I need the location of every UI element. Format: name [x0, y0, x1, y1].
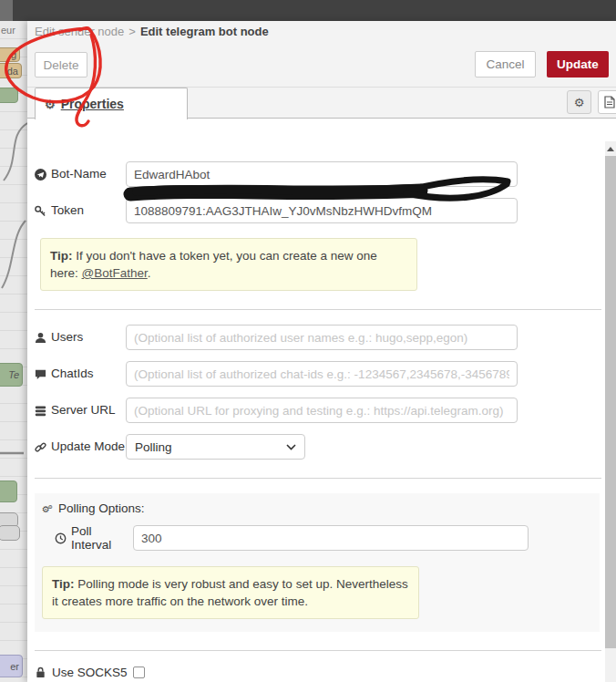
workspace-node[interactable] [0, 88, 18, 103]
breadcrumb-current: Edit telegram bot node [140, 25, 269, 38]
poll-interval-row: Poll Interval [55, 524, 592, 552]
scrollbar[interactable] [605, 141, 616, 682]
update-mode-row: Update Mode Polling [35, 434, 601, 460]
update-mode-label: Update Mode [35, 439, 126, 454]
wire-curves [0, 21, 27, 682]
poll-interval-input[interactable] [133, 525, 529, 551]
breadcrumb: Edit sender node > Edit telegram bot nod… [27, 21, 616, 41]
edit-dialog: Edit sender node > Edit telegram bot nod… [27, 21, 616, 682]
server-icon [35, 405, 46, 417]
server-url-row: Server URL [35, 398, 601, 423]
scrollbar-up-arrow[interactable] [605, 141, 616, 155]
bot-name-label: Bot-Name [35, 167, 126, 181]
chatids-input[interactable] [126, 361, 518, 387]
node-settings-button[interactable]: ⚙ [567, 90, 591, 114]
breadcrumb-parent[interactable]: Edit sender node [35, 25, 124, 38]
tab-properties[interactable]: ⚙ Properties [35, 88, 188, 119]
server-url-input[interactable] [126, 398, 518, 423]
token-input[interactable] [126, 198, 518, 223]
workspace-node-label: eur [1, 25, 15, 36]
server-url-label: Server URL [35, 403, 126, 418]
token-row: Token [35, 198, 601, 223]
workspace-node[interactable]: da [0, 63, 22, 78]
clock-icon [55, 532, 67, 544]
gear-icon: ⚙ [574, 96, 585, 109]
cogs-icon: ⚙ ⚙ [42, 502, 54, 514]
workspace-node[interactable]: Te [0, 363, 23, 387]
polling-options-label: ⚙ ⚙ Polling Options: [42, 501, 592, 515]
divider [35, 309, 601, 310]
svg-text:⚙: ⚙ [48, 504, 53, 510]
document-icon [604, 96, 615, 108]
breadcrumb-separator: > [128, 25, 136, 38]
divider [35, 478, 601, 479]
chevron-down-icon [286, 444, 296, 450]
app-header-bar [0, 0, 616, 21]
link-icon [35, 441, 46, 453]
key-icon [35, 205, 46, 217]
bot-name-row: Bot-Name [35, 161, 601, 187]
header-left-block [0, 0, 13, 21]
botfather-link[interactable]: @BotFather [82, 266, 148, 280]
update-mode-select[interactable]: Polling [126, 434, 305, 460]
use-socks5-checkbox[interactable] [133, 666, 145, 678]
bot-name-input[interactable] [126, 161, 518, 187]
tab-bar: ⚙ Properties ⚙ [27, 87, 616, 119]
use-socks5-label: Use SOCKS5 [52, 666, 128, 679]
update-mode-value: Polling [135, 440, 172, 454]
node-help-button[interactable] [598, 90, 616, 114]
scrollbar-thumb[interactable] [605, 156, 616, 648]
delete-button[interactable]: Delete [35, 52, 87, 78]
polling-options-panel: ⚙ ⚙ Polling Options: Poll Interval Tip: … [35, 493, 600, 632]
token-tip: Tip: If you don't have a token yet, you … [40, 238, 417, 291]
chatids-row: ChatIds [35, 361, 601, 387]
update-button[interactable]: Update [547, 51, 609, 78]
users-label: Users [35, 330, 126, 345]
user-icon [35, 332, 46, 344]
chatids-label: ChatIds [35, 367, 126, 381]
gear-icon: ⚙ [45, 98, 56, 111]
dialog-button-row: Delete Cancel Update [27, 41, 616, 87]
workspace-node[interactable]: er [0, 655, 23, 677]
users-input[interactable] [126, 325, 518, 350]
lock-icon [35, 666, 46, 678]
token-label: Token [35, 203, 126, 218]
poll-interval-label: Poll Interval [55, 524, 133, 552]
workspace-node[interactable]: g [0, 47, 20, 62]
polling-tip: Tip: Polling mode is very robust and eas… [42, 566, 419, 619]
cancel-button[interactable]: Cancel [475, 51, 536, 78]
chat-bubble-icon [35, 368, 46, 380]
tab-properties-label: Properties [61, 97, 124, 111]
workspace-link-node[interactable] [0, 525, 20, 541]
use-socks5-row: Use SOCKS5 [35, 666, 601, 679]
divider [35, 650, 601, 651]
properties-form: Bot-Name Token Tip: If you don't have a … [27, 141, 605, 682]
workspace-strip: eur g da Te er [0, 21, 27, 682]
telegram-icon [35, 169, 46, 181]
users-row: Users [35, 325, 601, 350]
workspace-node[interactable] [0, 480, 17, 502]
